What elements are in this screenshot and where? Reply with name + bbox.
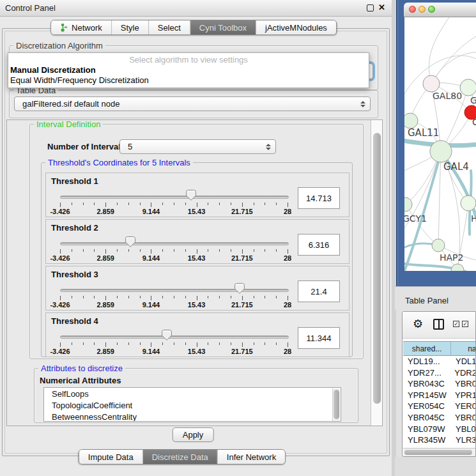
close-icon[interactable]: ✕ — [378, 4, 385, 12]
GAL80-node[interactable] — [423, 75, 440, 92]
GCY1-node-label: GCY1 — [404, 213, 427, 224]
H-node[interactable] — [461, 196, 476, 211]
tick — [60, 249, 61, 254]
mac-zoom-icon[interactable] — [428, 6, 435, 13]
tab-select[interactable]: Select — [148, 20, 190, 35]
number-of-intervals-combobox[interactable]: 5 — [119, 139, 276, 154]
threshold-4-slider-thumb[interactable] — [162, 330, 172, 341]
float-window-icon[interactable] — [367, 4, 374, 12]
GAL4-node[interactable] — [430, 141, 452, 162]
threshold-1-slider[interactable] — [60, 196, 289, 199]
tick-label: 21.715 — [231, 301, 253, 309]
H-node-label: H — [471, 213, 476, 224]
threshold-2-value-field[interactable]: 6.316 — [298, 234, 340, 256]
tick — [242, 203, 243, 207]
network-edge[interactable] — [438, 151, 441, 245]
cell-shared-name: YPR145W — [403, 390, 451, 402]
cell-shared-name: YLR345W — [403, 435, 452, 447]
tick — [140, 296, 141, 298]
attribute-item[interactable]: BetweennessCentrality — [52, 412, 137, 422]
table-row[interactable]: YLR345WYLR3 — [403, 435, 476, 447]
numerical-attributes-list[interactable]: SelfLoopsTopologicalCoefficientBetweenne… — [43, 387, 341, 422]
tick-label: 9.144 — [142, 208, 160, 215]
cell-name: YER0 — [451, 401, 476, 413]
apply-button[interactable]: Apply — [173, 427, 214, 442]
tick — [265, 249, 265, 252]
threshold-3-value-field[interactable]: 21.4 — [298, 280, 340, 302]
threshold-1-slider-thumb[interactable] — [186, 190, 196, 201]
tick — [208, 249, 208, 252]
table-row[interactable]: YDL19...YDL1 — [403, 357, 476, 368]
tick — [105, 249, 106, 254]
cell-shared-name: YDR27... — [403, 368, 450, 380]
number-of-intervals-label: Number of Intervals — [47, 142, 125, 151]
network-canvas[interactable]: GAL80GACGAL11GAL4GCY1HHAP2 — [404, 17, 476, 271]
threshold-4-slider[interactable] — [60, 335, 289, 339]
checkbox-icon[interactable]: ✓ — [453, 321, 459, 327]
mac-minimize-icon[interactable] — [418, 6, 426, 13]
bottom-node[interactable] — [451, 264, 464, 271]
network-edge-thick[interactable] — [404, 263, 476, 271]
tick — [185, 296, 186, 298]
gear-icon[interactable]: ⚙ — [413, 318, 423, 330]
table-row[interactable]: YBL079WYBL0 — [403, 424, 476, 436]
mac-close-icon[interactable] — [409, 6, 416, 13]
table-row[interactable]: YER054CYER0 — [403, 401, 476, 413]
attribute-item[interactable]: SelfLoops — [52, 389, 89, 401]
attribute-item[interactable]: TopologicalCoefficient — [52, 401, 132, 412]
tick — [174, 203, 174, 205]
network-edge[interactable] — [429, 17, 449, 84]
tick — [128, 203, 129, 205]
tab-jactivemnodules[interactable]: jActiveMNodules — [256, 20, 336, 35]
table-row[interactable]: YPR145WYPR1 — [403, 390, 476, 402]
settings-scrollbar-thumb[interactable] — [373, 133, 381, 404]
popup-item-equal-width-frequency[interactable]: Equal Width/Frequency Discretization — [10, 75, 149, 85]
tab-network[interactable]: Network — [51, 20, 111, 35]
tab-label: Select — [158, 23, 181, 33]
network-edge[interactable] — [431, 36, 476, 84]
attributes-scrollbar[interactable] — [332, 388, 340, 422]
table-scrollbar-thumb[interactable] — [404, 450, 472, 455]
GAL11-node[interactable] — [404, 113, 418, 128]
table-row[interactable]: YBR043CYBR0 — [403, 379, 476, 390]
network-edge[interactable] — [405, 204, 438, 245]
cell-name: YBR0 — [451, 379, 476, 390]
threshold-3-slider[interactable] — [60, 289, 289, 292]
GA-node[interactable] — [460, 79, 476, 96]
tab-impute-data[interactable]: Impute Data — [79, 450, 142, 464]
tab-discretize-data[interactable]: Discretize Data — [142, 450, 217, 464]
combo-arrows-icon — [360, 101, 365, 107]
threshold-label: Threshold 2 — [51, 223, 98, 233]
table-horizontal-scrollbar[interactable] — [403, 448, 476, 456]
tab-infer-network[interactable]: Infer Network — [217, 450, 285, 464]
tick — [94, 249, 95, 252]
table-row[interactable]: YDR27...YDR2 — [403, 368, 476, 380]
columns-icon[interactable] — [433, 319, 444, 330]
threshold-1-value-field[interactable]: 14.713 — [298, 187, 340, 209]
control-panel-titlebar: Control Panel ✕ — [0, 0, 392, 17]
table-data-combobox[interactable]: galFiltered.sif default node — [14, 96, 371, 111]
popup-item-manual-discretization[interactable]: Manual Discretization — [10, 65, 96, 75]
checkbox-icon[interactable]: ✓ — [462, 321, 468, 327]
HAP2-node[interactable] — [432, 239, 445, 252]
tab-style[interactable]: Style — [111, 20, 148, 35]
settings-scrollbar[interactable] — [371, 120, 383, 426]
column-header-name[interactable]: na... — [451, 342, 476, 355]
thresholds-group-label: Threshold's Coordinates for 5 Intervals — [45, 158, 193, 167]
tick-label: 9.144 — [142, 301, 160, 309]
threshold-4-value-field[interactable]: 11.344 — [298, 327, 340, 349]
table-row[interactable]: YBR045CYBR0 — [403, 413, 476, 424]
red-node-label: C — [472, 117, 476, 127]
threshold-2-slider[interactable] — [60, 242, 289, 245]
threshold-3-slider-thumb[interactable] — [234, 283, 245, 294]
tab-cyni-toolbox[interactable]: Cyni Toolbox — [190, 20, 256, 35]
cell-shared-name: YBL079W — [403, 424, 452, 436]
attributes-scrollbar-thumb[interactable] — [334, 390, 339, 419]
tick — [117, 342, 118, 345]
root: Control Panel ✕ NetworkStyleSelectCyni T… — [0, 0, 476, 476]
threshold-2-slider-thumb[interactable] — [125, 236, 135, 247]
GA-node-label: GA — [470, 95, 476, 105]
threshold-label: Threshold 4 — [51, 316, 98, 326]
tab-label: Cyni Toolbox — [199, 23, 247, 33]
column-header-shared-name[interactable]: shared... — [403, 342, 451, 355]
